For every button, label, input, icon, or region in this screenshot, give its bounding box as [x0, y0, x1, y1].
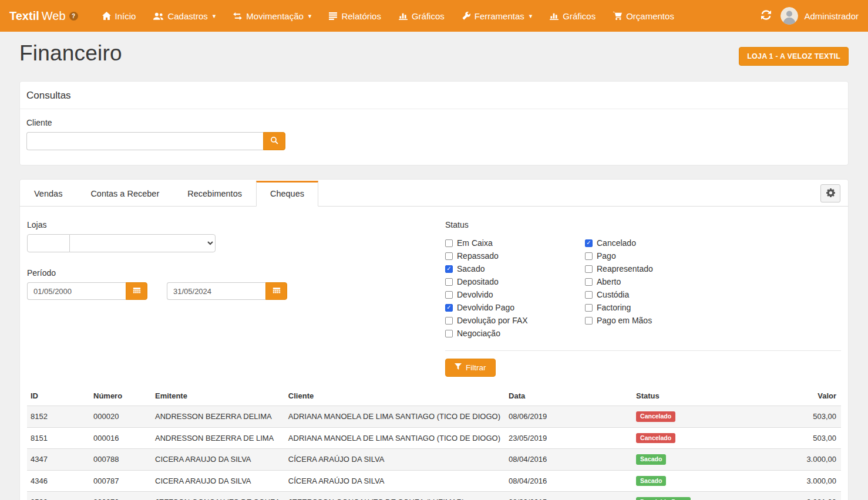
date-from-input[interactable] [27, 282, 126, 300]
cell-numero: 000020 [90, 406, 152, 428]
cell-status: Devolvido Pago [633, 492, 800, 500]
lojas-group [27, 234, 445, 252]
status-checkbox-pago[interactable]: Pago [585, 249, 653, 262]
filtrar-button-label: Filtrar [466, 363, 486, 372]
user-menu[interactable]: Administrador [780, 7, 859, 25]
help-icon[interactable]: ? [69, 12, 78, 21]
status-checkbox-aberto[interactable]: Aberto [585, 275, 653, 288]
filter-icon [455, 363, 462, 372]
status-checkbox-negociacao[interactable]: Negociação [445, 327, 585, 340]
column-header-data: Data [505, 386, 633, 406]
cell-cliente: ADRIANA MANOELA DE LIMA SANTIAGO (TICO D… [285, 427, 505, 449]
cell-status: Sacado [633, 470, 800, 492]
nav-item-inicio[interactable]: Início [93, 0, 145, 32]
page-header: Financeiro LOJA 1 - A VELOZ TEXTIL [0, 32, 868, 81]
nav-item-relatorios[interactable]: Relatórios [320, 0, 390, 32]
status-checkbox-devolvido[interactable]: Devolvido [445, 288, 585, 301]
cell-status: Cancelado [633, 427, 800, 449]
nav-item-label: Ferramentas [475, 11, 524, 21]
cheques-tab-content: Lojas Período [20, 207, 848, 377]
checkbox-unchecked-icon [585, 265, 593, 273]
column-header-valor: Valor [800, 386, 841, 406]
brand[interactable]: TextilWeb ? [9, 9, 78, 23]
status-checkbox-custodia[interactable]: Custódia [585, 288, 653, 301]
nav-item-ferramentas[interactable]: Ferramentas▾ [453, 0, 541, 32]
cell-emitente: ANDRESSON BEZERRA DE LIMA [152, 427, 285, 449]
status-checkbox-repassado[interactable]: Repassado [445, 249, 585, 262]
store-button[interactable]: LOJA 1 - A VELOZ TEXTIL [739, 47, 849, 66]
chart-icon [399, 12, 408, 20]
search-icon [270, 136, 278, 146]
cell-emitente: ANDRESSON BEZERRA DELIMA [152, 406, 285, 428]
date-to-input[interactable] [167, 282, 265, 300]
checkbox-unchecked-icon [445, 278, 453, 286]
table-row[interactable]: 3502800070JEFFSON GONÇALVES DE SOUZAJEFE… [27, 492, 841, 500]
tab-recebimentos[interactable]: Recebimentos [173, 181, 256, 207]
status-checkbox-sacado[interactable]: ✓Sacado [445, 262, 585, 275]
nav-item-cadastros[interactable]: Cadastros▾ [144, 0, 224, 32]
table-row[interactable]: 8152000020ANDRESSON BEZERRA DELIMAADRIAN… [27, 406, 841, 428]
status-checkbox-factoring[interactable]: Factoring [585, 301, 653, 314]
consultas-panel-body: Cliente [20, 109, 848, 165]
table-row[interactable]: 8151000016ANDRESSON BEZERRA DE LIMAADRIA… [27, 427, 841, 449]
status-checkbox-devolvido-pago[interactable]: ✓Devolvido Pago [445, 301, 585, 314]
tab-vendas[interactable]: Vendas [20, 181, 76, 207]
cell-id: 8151 [27, 427, 90, 449]
status-checkbox-label: Sacado [457, 264, 485, 273]
avatar [780, 7, 798, 25]
cell-valor: 503,00 [800, 427, 841, 449]
checkbox-checked-icon: ✓ [585, 239, 593, 247]
cell-data: 08/04/2016 [505, 449, 633, 471]
status-checkbox-label: Custódia [597, 290, 629, 299]
column-header-numero: Número [90, 386, 152, 406]
periodo-label: Período [27, 268, 445, 278]
refresh-button[interactable] [761, 10, 771, 22]
cell-status: Cancelado [633, 406, 800, 428]
status-checkbox-pago-em-maos[interactable]: Pago em Mãos [585, 314, 653, 327]
cliente-search-button[interactable] [263, 132, 285, 150]
caret-down-icon: ▾ [529, 12, 533, 20]
checkbox-unchecked-icon [585, 252, 593, 260]
column-header-status: Status [633, 386, 800, 406]
cliente-search-group [26, 132, 285, 150]
cart-icon [613, 12, 622, 20]
lojas-label: Lojas [27, 220, 445, 229]
filtrar-button[interactable]: Filtrar [445, 359, 496, 377]
nav-item-graficos[interactable]: Gráficos [390, 0, 453, 32]
status-checkbox-depositado[interactable]: Depositado [445, 275, 585, 288]
status-checkbox-devolucao-por-fax[interactable]: Devolução por FAX [445, 314, 585, 327]
left-filters: Lojas Período [27, 220, 445, 377]
settings-button[interactable] [820, 184, 840, 202]
status-badge: Devolvido Pago [636, 497, 691, 500]
tabs-row: VendasContas a ReceberRecebimentosCheque… [20, 180, 848, 207]
caret-down-icon: ▾ [213, 12, 216, 20]
tab-contas-a-receber[interactable]: Contas a Receber [76, 181, 173, 207]
nav-item-orcamentos[interactable]: Orçamentos [604, 0, 683, 32]
lojas-select[interactable] [69, 234, 216, 252]
tab-cheques[interactable]: Cheques [256, 181, 318, 207]
status-checkbox-reapresentado[interactable]: Reapresentado [585, 262, 653, 275]
nav-item-label: Orçamentos [626, 11, 674, 21]
status-checkbox-label: Depositado [457, 277, 499, 286]
status-checkbox-label: Factoring [597, 303, 631, 312]
status-checkbox-cancelado[interactable]: ✓Cancelado [585, 237, 653, 249]
date-from-calendar-button[interactable] [126, 282, 147, 300]
checkbox-unchecked-icon [585, 278, 593, 286]
cheques-table-wrap: IDNúmeroEmitenteClienteDataStatusValor 8… [20, 386, 848, 500]
checkbox-unchecked-icon [445, 330, 453, 337]
chart-icon [550, 12, 559, 20]
nav-item-movimentacao[interactable]: Movimentação▾ [224, 0, 320, 32]
date-from-group [27, 282, 147, 300]
lojas-code-input[interactable] [27, 234, 70, 252]
date-to-calendar-button[interactable] [265, 282, 287, 300]
column-header-id: ID [27, 386, 90, 406]
table-row[interactable]: 4347000788CICERA ARAUJO DA SILVACÍCERA A… [27, 449, 841, 471]
cell-cliente: ADRIANA MANOELA DE LIMA SANTIAGO (TICO D… [285, 406, 505, 428]
cell-data: 23/05/2019 [505, 427, 633, 449]
nav-item-label: Relatórios [341, 11, 381, 21]
status-checkbox-em-caixa[interactable]: Em Caixa [445, 237, 585, 249]
cliente-input[interactable] [26, 132, 263, 150]
table-row[interactable]: 4346000787CICERA ARAUJO DA SILVACÍCERA A… [27, 470, 841, 492]
nav-item-graficos[interactable]: Gráficos [541, 0, 604, 32]
checkbox-unchecked-icon [585, 304, 593, 312]
